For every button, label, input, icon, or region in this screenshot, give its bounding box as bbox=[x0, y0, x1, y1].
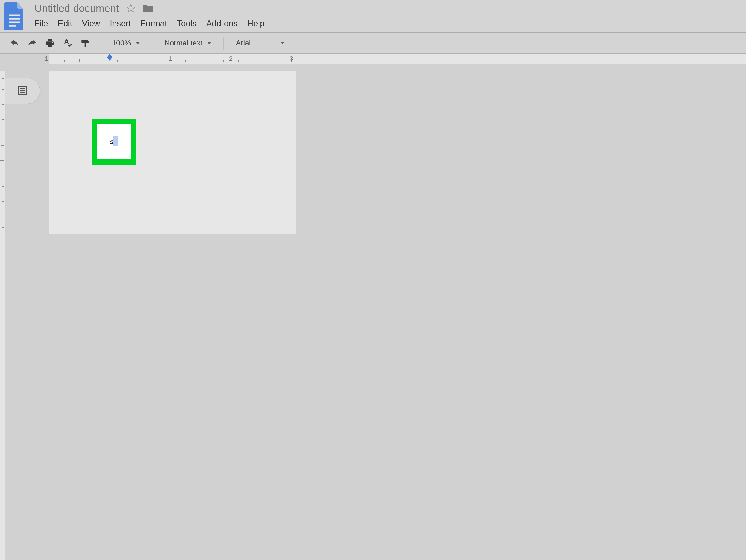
app-header: Untitled document File Edit View Insert … bbox=[0, 0, 746, 33]
outline-icon bbox=[17, 85, 28, 97]
document-title[interactable]: Untitled document bbox=[34, 3, 119, 14]
menu-view[interactable]: View bbox=[82, 19, 100, 28]
undo-icon[interactable] bbox=[10, 40, 19, 46]
move-folder-icon[interactable] bbox=[143, 4, 153, 13]
menu-edit[interactable]: Edit bbox=[58, 19, 72, 28]
menu-format[interactable]: Format bbox=[141, 19, 167, 28]
menu-tools[interactable]: Tools bbox=[177, 19, 197, 28]
menu-bar: File Edit View Insert Format Tools Add-o… bbox=[34, 19, 265, 28]
toolbar-separator bbox=[297, 36, 297, 50]
paragraph-style-dropdown[interactable]: Normal text bbox=[162, 39, 214, 47]
vertical-ruler-offset bbox=[0, 64, 5, 71]
svg-point-4 bbox=[52, 42, 53, 43]
ruler-number: 1 bbox=[169, 55, 172, 62]
caret-down-icon bbox=[280, 42, 285, 44]
ruler-number: 1 bbox=[45, 55, 48, 62]
print-icon[interactable] bbox=[45, 38, 55, 48]
outline-toggle[interactable] bbox=[5, 78, 40, 104]
toolbar-separator bbox=[152, 36, 152, 50]
menu-file[interactable]: File bbox=[34, 19, 48, 28]
spellcheck-icon[interactable] bbox=[63, 38, 72, 48]
star-icon[interactable] bbox=[126, 3, 136, 13]
toolbar: 100% Normal text Arial bbox=[0, 33, 746, 54]
caret-down-icon bbox=[136, 42, 140, 44]
font-value: Arial bbox=[236, 39, 251, 47]
font-dropdown[interactable]: Arial bbox=[233, 39, 287, 47]
ruler-number: 3 bbox=[290, 55, 293, 62]
toolbar-separator bbox=[223, 36, 224, 50]
svg-rect-1 bbox=[9, 18, 20, 20]
zoom-value: 100% bbox=[112, 39, 131, 47]
paint-format-icon[interactable] bbox=[81, 38, 90, 48]
caret-down-icon bbox=[207, 42, 211, 44]
menu-help[interactable]: Help bbox=[247, 19, 265, 28]
vertical-ruler[interactable] bbox=[0, 64, 5, 560]
paragraph-style-value: Normal text bbox=[165, 39, 203, 47]
horizontal-ruler[interactable]: 1 123 bbox=[0, 54, 746, 64]
svg-rect-0 bbox=[9, 15, 20, 16]
svg-rect-2 bbox=[9, 22, 20, 23]
document-page[interactable]: ≤ bbox=[49, 71, 296, 234]
redo-icon[interactable] bbox=[27, 40, 37, 46]
docs-app-icon[interactable] bbox=[4, 2, 25, 30]
ruler-number: 2 bbox=[229, 55, 232, 62]
menu-insert[interactable]: Insert bbox=[110, 19, 131, 28]
menu-addons[interactable]: Add-ons bbox=[206, 19, 237, 28]
svg-rect-3 bbox=[9, 25, 16, 27]
zoom-dropdown[interactable]: 100% bbox=[110, 39, 142, 47]
highlight-selection bbox=[113, 136, 118, 146]
tutorial-highlight-box: ≤ bbox=[92, 119, 136, 165]
